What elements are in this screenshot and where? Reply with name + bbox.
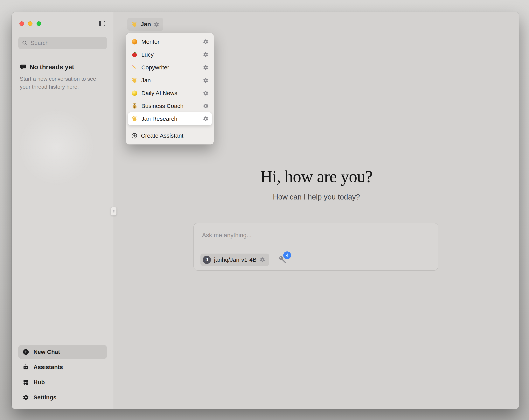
greeting-subtitle: How can I help you today?: [114, 193, 519, 201]
assistant-selector-label: Jan: [141, 21, 151, 28]
assistant-menu-item-jan-research[interactable]: Jan Research: [128, 112, 212, 125]
create-assistant-button[interactable]: Create Assistant: [128, 129, 212, 142]
tools-count-badge: 4: [283, 251, 291, 259]
create-assistant-label: Create Assistant: [141, 132, 183, 139]
search-icon: [22, 40, 28, 46]
assistant-menu-item-daily-ai-news[interactable]: Daily AI News: [128, 87, 212, 100]
model-name: janhq/Jan-v1-4B: [214, 257, 256, 263]
waving-hand-icon: [131, 21, 138, 27]
sidebar-item-hub[interactable]: Hub: [18, 375, 107, 389]
app-window: No threads yet Start a new conversation …: [12, 12, 519, 409]
yellow-circle-icon: [131, 90, 138, 96]
sidebar-item-label: Settings: [33, 394, 56, 401]
sidebar-item-new-chat[interactable]: New Chat: [18, 345, 107, 359]
assistant-menu-item-label: Jan: [141, 77, 151, 84]
sidebar-item-label: New Chat: [33, 349, 60, 355]
empty-state-title: No threads yet: [29, 63, 74, 71]
robot-icon: [23, 364, 29, 370]
assistant-settings-gear-icon[interactable]: [203, 90, 209, 96]
assistant-menu-item-label: Daily AI News: [141, 90, 177, 96]
search-box[interactable]: [18, 37, 107, 49]
assistant-menu-item-lucy[interactable]: Lucy: [128, 48, 212, 61]
model-avatar: J: [203, 256, 211, 264]
assistant-menu-item-label: Mentor: [141, 39, 159, 45]
model-settings-gear-icon[interactable]: [260, 257, 265, 263]
zoom-button[interactable]: [37, 21, 41, 26]
plus-circle-icon: [23, 349, 29, 355]
titlebar: [18, 21, 107, 27]
assistant-menu-item-label: Copywriter: [141, 64, 169, 71]
orange-circle-icon: [131, 39, 138, 45]
assistant-menu-item-label: Lucy: [141, 51, 154, 58]
assistant-menu: Mentor Lucy Copywriter Jan Daily AI News: [126, 33, 214, 145]
gear-icon: [23, 394, 29, 401]
chat-bubble-icon: [20, 64, 26, 70]
assistant-settings-gear-icon[interactable]: [203, 116, 209, 122]
minimize-button[interactable]: [28, 21, 32, 26]
chat-composer[interactable]: Ask me anything... J janhq/Jan-v1-4B 4: [193, 223, 438, 271]
hub-grid-icon: [23, 379, 29, 386]
sidebar-item-assistants[interactable]: Assistants: [18, 360, 107, 374]
traffic-lights: [19, 21, 41, 26]
empty-state-description: Start a new conversation to see your thr…: [20, 75, 105, 91]
plus-circle-outline-icon: [131, 133, 137, 139]
waving-hand-icon: [131, 116, 138, 122]
model-selector[interactable]: J janhq/Jan-v1-4B: [200, 254, 269, 266]
composer-input[interactable]: Ask me anything...: [202, 232, 251, 239]
pencil-icon: [131, 64, 138, 71]
close-button[interactable]: [19, 21, 24, 26]
composer-toolbar: J janhq/Jan-v1-4B 4: [200, 254, 286, 266]
apple-icon: [131, 51, 138, 58]
search-input[interactable]: [30, 40, 104, 46]
greeting-title: Hi, how are you?: [114, 167, 519, 186]
assistant-menu-item-mentor[interactable]: Mentor: [128, 35, 212, 48]
sidebar-item-label: Assistants: [33, 364, 63, 370]
money-bag-icon: [131, 103, 138, 109]
menu-separator: [129, 127, 211, 127]
sidebar-item-label: Hub: [33, 379, 45, 386]
assistant-settings-gear-icon[interactable]: [203, 103, 209, 109]
assistant-menu-item-label: Business Coach: [141, 103, 184, 109]
sidebar-drag-handle[interactable]: [111, 207, 117, 216]
drag-handle-icon: [112, 209, 116, 214]
assistant-settings-gear-icon[interactable]: [203, 39, 209, 45]
assistant-menu-item-label: Jan Research: [141, 116, 177, 122]
sidebar-nav: New Chat Assistants Hub Settings: [18, 345, 107, 406]
main-area: Jan Mentor Lucy Copywriter Jan: [114, 12, 519, 409]
greeting: Hi, how are you? How can I help you toda…: [114, 167, 519, 201]
assistant-settings-gear-icon[interactable]: [203, 52, 209, 57]
assistant-menu-item-copywriter[interactable]: Copywriter: [128, 61, 212, 74]
assistant-menu-item-jan[interactable]: Jan: [128, 74, 212, 87]
assistant-selector-gear-icon[interactable]: [154, 21, 159, 27]
assistant-selector[interactable]: Jan: [127, 18, 163, 31]
sidebar: No threads yet Start a new conversation …: [12, 12, 114, 409]
waving-hand-icon: [131, 77, 138, 84]
tools-button[interactable]: 4: [278, 256, 286, 264]
sidebar-item-settings[interactable]: Settings: [18, 391, 107, 405]
threads-empty-state: No threads yet Start a new conversation …: [18, 63, 107, 91]
assistant-settings-gear-icon[interactable]: [203, 65, 209, 70]
assistant-settings-gear-icon[interactable]: [203, 77, 209, 83]
sidebar-toggle-icon[interactable]: [98, 20, 106, 27]
assistant-menu-item-business-coach[interactable]: Business Coach: [128, 100, 212, 112]
